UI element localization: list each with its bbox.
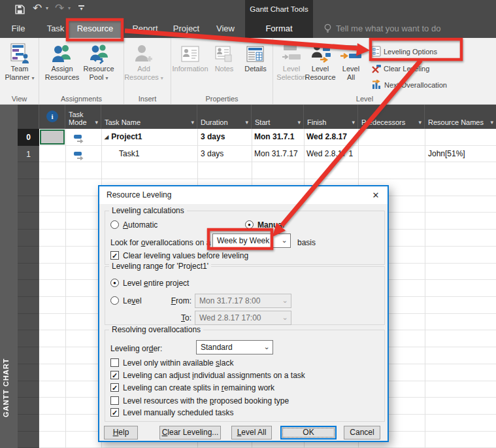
row-id-0[interactable]: 0 xyxy=(18,129,39,146)
next-overallocation-button[interactable]: Next Overallocation xyxy=(371,78,447,92)
clear-leveling-values-label[interactable]: Clear leveling values before leveling xyxy=(123,251,248,260)
cancel-button[interactable]: Cancel xyxy=(344,426,380,439)
column-label: Start xyxy=(255,118,270,126)
lightbulb-icon xyxy=(323,24,333,37)
start-cell[interactable]: Mon 31.7.17 xyxy=(252,146,304,162)
proposed-booking-type-checkbox[interactable] xyxy=(110,396,119,405)
predecessors-cell[interactable] xyxy=(358,146,425,162)
clear-leveling-dialog-button[interactable]: Clear Leveling... xyxy=(159,426,221,439)
ok-button[interactable]: OK xyxy=(280,426,337,439)
from-value: Mon 31.7.17 8:00 xyxy=(199,296,260,305)
chevron-down-icon[interactable]: ⌄ xyxy=(262,341,271,353)
column-dropdown-icon[interactable]: ▾ xyxy=(245,118,248,126)
button-label: Level xyxy=(342,65,359,73)
column-dropdown-icon[interactable]: ▾ xyxy=(352,118,355,126)
column-header-duration[interactable]: Duration ▾ xyxy=(197,105,252,129)
tab-task[interactable]: Task xyxy=(39,19,72,38)
undo-button[interactable]: ↶ xyxy=(33,1,42,20)
redo-button[interactable]: ↷ xyxy=(55,1,64,20)
team-planner-button[interactable]: Team Planner ▾ xyxy=(0,41,39,92)
proposed-booking-type-label[interactable]: Level resources with the proposed bookin… xyxy=(123,396,289,405)
ribbon: Team Planner ▾ View Assign Resourc xyxy=(0,38,496,105)
adjust-individual-assignments-checkbox[interactable]: ✓ xyxy=(110,371,119,379)
level-all-button[interactable]: Level All xyxy=(333,41,369,92)
table-row: Task1 3 days Mon 31.7.17 Wed 2.8.17 1 Jo… xyxy=(39,146,496,163)
duration-cell[interactable]: 3 days xyxy=(197,146,252,162)
task-mode-cell[interactable] xyxy=(65,146,101,162)
adjust-individual-assignments-label[interactable]: Leveling can adjust individual assignmen… xyxy=(123,371,305,380)
leveling-order-dropdown[interactable]: Standard ⌄ xyxy=(196,340,273,354)
task-name-cell[interactable]: Task1 xyxy=(101,146,197,162)
level-range-label[interactable]: Level xyxy=(123,296,142,305)
basis-dropdown[interactable]: Week by Week ⌄ xyxy=(212,233,291,248)
selected-info-cell[interactable] xyxy=(40,129,65,145)
column-header-info[interactable]: i xyxy=(39,105,65,129)
tab-resource[interactable]: Resource xyxy=(69,19,122,38)
manual-label[interactable]: Manual xyxy=(257,220,284,230)
column-header-task-mode[interactable]: Task Mode ▾ xyxy=(65,105,101,129)
assign-resources-button[interactable]: Assign Resources xyxy=(41,41,83,92)
column-header-resource-names[interactable]: Resource Names ▾ xyxy=(425,105,496,129)
resource-names-cell[interactable] xyxy=(425,129,496,145)
create-splits-checkbox[interactable]: ✓ xyxy=(110,383,119,392)
row-id-column[interactable] xyxy=(18,129,39,448)
task-name-cell[interactable]: ◢Project1 xyxy=(101,129,197,145)
duration-cell[interactable]: 3 days xyxy=(197,129,252,145)
chevron-down-icon: ▾ xyxy=(31,75,34,81)
view-bar[interactable]: GANTT CHART xyxy=(0,105,18,448)
close-button[interactable]: ✕ xyxy=(368,186,384,204)
expand-triangle-icon[interactable]: ◢ xyxy=(105,134,108,140)
level-entire-project-radio[interactable]: ● xyxy=(110,279,119,287)
button-label: Resource xyxy=(305,73,335,81)
column-header-task-name[interactable]: Task Name ▾ xyxy=(101,105,197,129)
column-dropdown-icon[interactable]: ▾ xyxy=(297,118,301,126)
column-header-start[interactable]: Start ▾ xyxy=(252,105,304,129)
row-header-corner[interactable] xyxy=(18,105,39,129)
clear-leveling-values-checkbox[interactable]: ✓ xyxy=(110,251,119,260)
tab-file[interactable]: File xyxy=(4,19,33,38)
tab-format[interactable]: Format xyxy=(245,19,313,38)
level-range-radio[interactable] xyxy=(110,296,119,305)
group-label-assignments: Assignments xyxy=(39,95,124,103)
clear-leveling-button[interactable]: Clear Leveling xyxy=(371,61,429,76)
row-id-1[interactable]: 1 xyxy=(18,146,39,163)
button-label: Notes xyxy=(215,65,234,73)
finish-cell[interactable]: Wed 2.8.17 1 xyxy=(304,146,358,162)
details-icon xyxy=(239,44,272,65)
tab-project[interactable]: Project xyxy=(167,19,205,38)
automatic-radio[interactable] xyxy=(110,220,119,229)
tab-view[interactable]: View xyxy=(210,19,240,38)
ribbon-group-assignments: Assign Resources Resource P xyxy=(39,38,124,104)
level-within-slack-label[interactable]: Level only within available slack xyxy=(123,358,233,368)
resource-names-cell[interactable]: John[51%] xyxy=(425,146,496,162)
chevron-down-icon[interactable]: ⌄ xyxy=(280,234,289,246)
level-manually-scheduled-checkbox[interactable]: ✓ xyxy=(110,408,119,417)
tab-report[interactable]: Report xyxy=(128,19,162,38)
help-button[interactable]: Help xyxy=(104,426,138,439)
start-cell[interactable]: Mon 31.7.1 xyxy=(252,129,304,145)
predecessors-cell[interactable] xyxy=(358,129,425,145)
column-header-finish[interactable]: Finish ▾ xyxy=(304,105,358,129)
automatic-label[interactable]: Automatic xyxy=(123,220,157,230)
level-within-slack-checkbox[interactable] xyxy=(110,358,119,367)
column-dropdown-icon[interactable]: ▾ xyxy=(490,118,493,126)
task-mode-cell[interactable] xyxy=(65,129,101,145)
column-header-predecessors[interactable]: Predecessors ▾ xyxy=(358,105,425,129)
leveling-options-button[interactable]: Leveling Options xyxy=(371,44,437,59)
resource-pool-icon xyxy=(78,41,120,65)
manual-radio[interactable]: ● xyxy=(245,220,254,229)
finish-cell[interactable]: Wed 2.8.17 xyxy=(304,129,358,145)
column-dropdown-icon[interactable]: ▾ xyxy=(95,118,98,126)
customize-qat-button[interactable]: ▾ xyxy=(78,3,84,21)
details-button[interactable]: Details xyxy=(239,44,272,95)
level-manually-scheduled-label[interactable]: Level manually scheduled tasks xyxy=(123,408,233,417)
notes-button: Notes xyxy=(210,44,239,95)
tell-me-box[interactable]: Tell me what you want to do xyxy=(336,19,440,38)
column-dropdown-icon[interactable]: ▾ xyxy=(418,118,422,126)
create-splits-label[interactable]: Leveling can create splits in remaining … xyxy=(123,383,274,392)
resource-pool-button[interactable]: Resource Pool ▾ xyxy=(78,41,120,92)
group-leveling-range: Leveling range for 'Project1' ● Level en… xyxy=(105,266,385,325)
level-entire-project-label[interactable]: Level entire project xyxy=(123,279,189,288)
column-dropdown-icon[interactable]: ▾ xyxy=(191,118,194,126)
level-all-dialog-button[interactable]: Level All xyxy=(231,426,272,439)
